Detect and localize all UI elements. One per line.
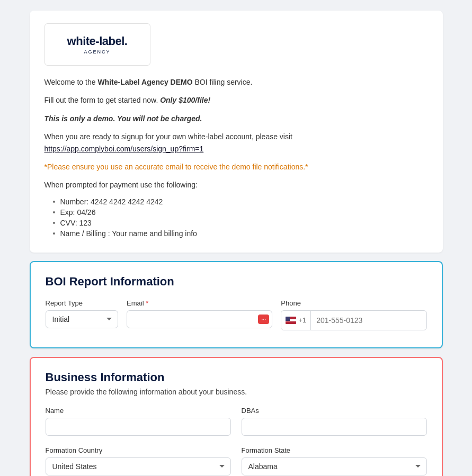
fill-text: Fill out the form to get started now. On… <box>44 94 428 106</box>
business-name-input[interactable] <box>46 418 231 436</box>
payment-prompt: When prompted for payment use the follow… <box>44 179 428 191</box>
payment-item-3: CVV: 123 <box>53 219 428 227</box>
report-type-label: Report Type <box>46 299 119 307</box>
formation-state-select[interactable]: Alabama Alaska Arizona Arkansas Californ… <box>242 457 427 475</box>
dbas-input[interactable] <box>242 418 427 436</box>
name-dbas-row: Name DBAs <box>46 407 427 436</box>
report-type-group: Report Type Initial Corrected Updated Ne… <box>46 299 119 328</box>
payment-item-1: Number: 4242 4242 4242 4242 <box>53 197 428 206</box>
payment-item-2: Exp: 04/26 <box>53 208 428 217</box>
email-label: Email <box>127 299 272 307</box>
boi-form-row: Report Type Initial Corrected Updated Ne… <box>46 299 427 330</box>
formation-state-label: Formation State <box>242 446 427 454</box>
intro-card: white-label. AGENCY Welcome to the White… <box>30 11 443 253</box>
phone-group: Phone +1 <box>281 299 426 330</box>
signup-text: When you are ready to signup for your ow… <box>44 131 428 155</box>
logo-box: white-label. AGENCY <box>44 23 150 66</box>
email-dots-icon: ··· <box>261 316 266 322</box>
phone-country-code: +1 <box>298 316 306 324</box>
business-name-label: Name <box>46 407 231 415</box>
email-wrapper: ··· <box>127 310 272 328</box>
dbas-group: DBAs <box>242 407 427 436</box>
email-input[interactable] <box>127 310 272 328</box>
phone-wrapper: +1 <box>281 310 426 330</box>
email-notice: *Please ensure you use an accurate email… <box>44 161 428 173</box>
demo-notice: This is only a demo. You will not be cha… <box>44 113 428 124</box>
formation-country-group: Formation Country United States Canada M… <box>46 446 231 475</box>
logo-text: white-label. <box>67 34 128 48</box>
welcome-prefix: Welcome to the <box>44 78 98 86</box>
signup-prefix: When you are ready to signup for your ow… <box>44 132 292 141</box>
business-subtitle: Please provide the following information… <box>46 388 427 396</box>
phone-label: Phone <box>281 299 426 307</box>
fill-prefix: Fill out the form to get started now. <box>44 96 161 104</box>
phone-input[interactable] <box>311 312 426 329</box>
boi-card: BOI Report Information Report Type Initi… <box>30 261 443 348</box>
page-wrapper: white-label. AGENCY Welcome to the White… <box>30 11 443 476</box>
formation-country-select[interactable]: United States Canada Mexico Other <box>46 457 231 475</box>
dbas-label: DBAs <box>242 407 427 415</box>
business-title: Business Information <box>46 371 427 384</box>
formation-country-label: Formation Country <box>46 446 231 454</box>
email-icon-button[interactable]: ··· <box>258 315 269 324</box>
formation-state-group: Formation State Alabama Alaska Arizona A… <box>242 446 427 475</box>
signup-link[interactable]: https://app.complyboi.com/users/sign_up?… <box>44 145 204 153</box>
logo-sub: AGENCY <box>84 49 110 55</box>
us-flag-icon <box>286 317 296 324</box>
business-card: Business Information Please provide the … <box>30 357 443 476</box>
boi-title: BOI Report Information <box>46 275 427 289</box>
business-name-group: Name <box>46 407 231 436</box>
report-type-select[interactable]: Initial Corrected Updated Newly Exempt E… <box>46 310 119 328</box>
email-group: Email ··· <box>127 299 272 328</box>
welcome-text: Welcome to the White-Label Agency DEMO B… <box>44 76 428 88</box>
fill-price: Only $100/file! <box>160 96 210 104</box>
formation-row: Formation Country United States Canada M… <box>46 446 427 475</box>
welcome-bold: White-Label Agency DEMO <box>97 78 192 86</box>
payment-list: Number: 4242 4242 4242 4242 Exp: 04/26 C… <box>44 197 428 238</box>
phone-flag-selector[interactable]: +1 <box>281 311 311 330</box>
welcome-suffix: BOI filing service. <box>193 78 253 86</box>
payment-item-4: Name / Billing : Your name and billing i… <box>53 229 428 238</box>
